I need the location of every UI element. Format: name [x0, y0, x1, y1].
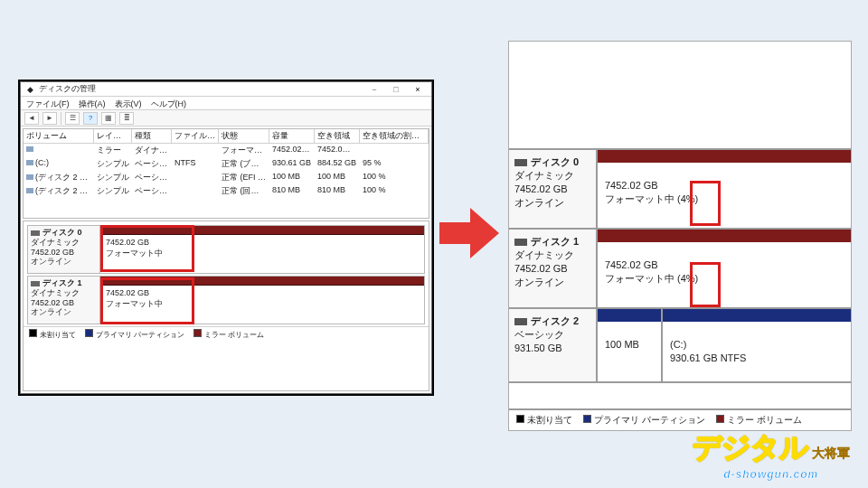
col-volume[interactable]: ボリューム	[24, 129, 94, 143]
disk-row-right[interactable]: ディスク 1ダイナミック7452.02 GBオンライン7452.02 GBフォー…	[509, 228, 851, 309]
disk-label: ディスク 1ダイナミック7452.02 GBオンライン	[28, 277, 100, 324]
legend-primary: プライマリ パーティション	[85, 329, 184, 340]
drive-icon	[514, 239, 527, 246]
disk-pane-left: ディスク 0ダイナミック7452.02 GBオンライン7452.02 GBフォー…	[23, 221, 429, 391]
menu-file[interactable]: ファイル(F)	[26, 99, 70, 108]
site-logo: デジタル 大将軍 d-showgun.com	[693, 428, 850, 481]
back-button[interactable]: ◄	[24, 112, 39, 125]
volume-row[interactable]: (ディスク 2 パーティシ…シンプルベーシック正常 (EFI …100 MB10…	[24, 171, 429, 184]
screenshot-left: ◆ ディスクの管理 − □ × ファイル(F) 操作(A) 表示(V) ヘルプ(…	[18, 80, 434, 396]
view-button[interactable]: ▦	[101, 112, 116, 125]
col-ratio[interactable]: 空き領域の割…	[360, 129, 429, 143]
volume-table-header: ボリューム レイアウト 種類 ファイルシステム 状態 容量 空き領域 空き領域の…	[24, 129, 429, 144]
volume-row[interactable]: ミラーダイナミックフォーマット中7452.02 GB7452.0…	[24, 144, 429, 157]
disk-label-right: ディスク 1ダイナミック7452.02 GBオンライン	[509, 230, 598, 307]
col-status[interactable]: 状態	[219, 129, 269, 143]
partition-right[interactable]: (C:)930.61 GB NTFS	[661, 309, 851, 381]
col-layout[interactable]: レイアウト	[94, 129, 132, 143]
close-button[interactable]: ×	[408, 85, 428, 94]
drive-icon	[514, 159, 527, 166]
disk-row-right[interactable]: ディスク 2ベーシック931.50 GB100 MB(C:)930.61 GB …	[509, 307, 851, 383]
forward-button[interactable]: ►	[42, 112, 57, 125]
legend-unalloc-r: 未割り当て	[516, 414, 572, 427]
legend-mirror-r: ミラー ボリューム	[716, 414, 802, 427]
titlebar: ◆ ディスクの管理 − □ ×	[21, 82, 431, 97]
menu-help[interactable]: ヘルプ(H)	[151, 99, 187, 108]
col-fs[interactable]: ファイルシステム	[172, 129, 219, 143]
menubar: ファイル(F) 操作(A) 表示(V) ヘルプ(H)	[21, 97, 431, 110]
list-button[interactable]: ≣	[119, 112, 134, 125]
app-icon: ◆	[24, 84, 35, 95]
logo-kanji: 大将軍	[812, 446, 850, 460]
col-kind[interactable]: 種類	[132, 129, 172, 143]
partition-right[interactable]: 7452.02 GBフォーマット中 (4%)	[598, 150, 851, 228]
legend-mirror: ミラー ボリューム	[193, 329, 264, 340]
disk-row[interactable]: ディスク 1ダイナミック7452.02 GBオンライン7452.02 GBフォー…	[27, 276, 425, 324]
logo-main: デジタル	[693, 431, 808, 464]
volume-table: ボリューム レイアウト 種類 ファイルシステム 状態 容量 空き領域 空き領域の…	[23, 128, 429, 219]
partition-right[interactable]: 7452.02 GBフォーマット中 (4%)	[598, 230, 851, 307]
maximize-button[interactable]: □	[386, 85, 406, 94]
minimize-button[interactable]: −	[364, 85, 384, 94]
partition[interactable]: 7452.02 GBフォーマット中	[100, 277, 424, 324]
drive-icon	[514, 318, 527, 325]
refresh-button[interactable]: ☰	[65, 112, 80, 125]
disk-row[interactable]: ディスク 0ダイナミック7452.02 GBオンライン7452.02 GBフォー…	[27, 225, 425, 274]
menu-view[interactable]: 表示(V)	[115, 99, 142, 108]
disk-label-right: ディスク 0ダイナミック7452.02 GBオンライン	[509, 150, 598, 228]
col-capacity[interactable]: 容量	[269, 129, 315, 143]
window-title: ディスクの管理	[39, 83, 364, 95]
screenshot-right: ディスク 0ダイナミック7452.02 GBオンライン7452.02 GBフォー…	[508, 41, 852, 431]
toolbar: ◄ ► ☰ ? ▦ ≣	[21, 110, 431, 127]
legend-left: 未割り当て プライマリ パーティション ミラー ボリューム	[24, 326, 429, 342]
separator	[61, 112, 61, 125]
disk-management-window: ◆ ディスクの管理 − □ × ファイル(F) 操作(A) 表示(V) ヘルプ(…	[20, 81, 432, 394]
menu-action[interactable]: 操作(A)	[79, 99, 106, 108]
disk-label: ディスク 0ダイナミック7452.02 GBオンライン	[28, 226, 100, 273]
partition-right[interactable]: 100 MB	[598, 309, 661, 381]
partition[interactable]: 7452.02 GBフォーマット中	[100, 226, 424, 273]
arrow-icon	[439, 208, 503, 258]
legend-unalloc: 未割り当て	[29, 329, 76, 340]
disk-row-right[interactable]: ディスク 0ダイナミック7452.02 GBオンライン7452.02 GBフォー…	[509, 148, 851, 230]
legend-right: 未割り当て プライマリ パーティション ミラー ボリューム	[509, 408, 851, 430]
col-free[interactable]: 空き領域	[315, 129, 360, 143]
volume-row[interactable]: (ディスク 2 パーティシ…シンプルベーシック正常 (回復…810 MB810 …	[24, 184, 429, 198]
logo-url: d-showgun.com	[693, 468, 850, 481]
disk-label-right: ディスク 2ベーシック931.50 GB	[509, 309, 598, 381]
volume-row[interactable]: (C:)シンプルベーシックNTFS正常 (ブート…930.61 GB884.52…	[24, 157, 429, 171]
legend-primary-r: プライマリ パーティション	[583, 414, 705, 427]
help-button[interactable]: ?	[83, 112, 98, 125]
